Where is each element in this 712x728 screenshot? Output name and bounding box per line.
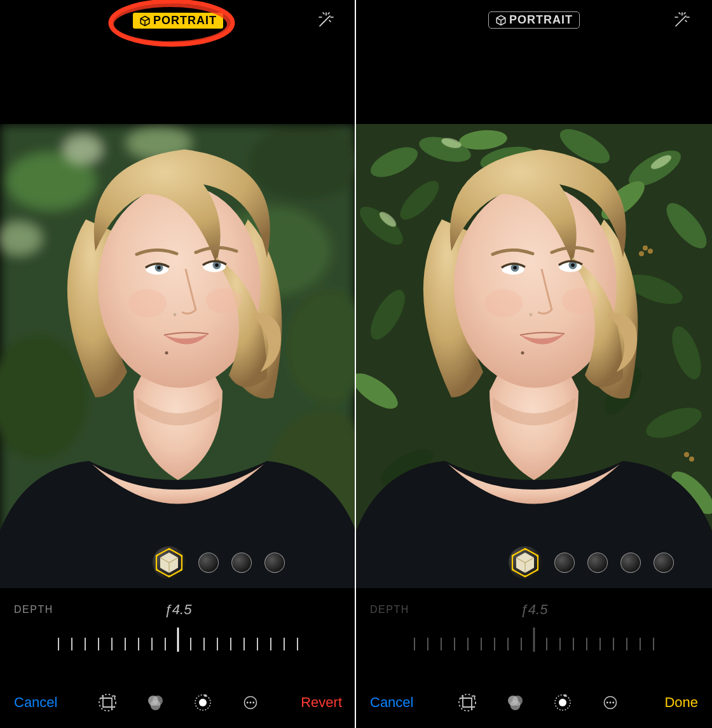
lighting-option-stage-mono[interactable] (654, 553, 674, 573)
portrait-label: PORTRAIT (509, 13, 573, 27)
svg-point-119 (524, 575, 526, 577)
svg-line-72 (679, 13, 680, 14)
crop-tool-button[interactable] (458, 693, 477, 712)
lighting-option-natural[interactable] (509, 546, 542, 579)
svg-point-31 (168, 549, 170, 551)
svg-point-147 (564, 694, 566, 697)
svg-point-32 (181, 555, 182, 557)
photo-content (356, 124, 712, 588)
photo-content (0, 124, 356, 588)
auto-enhance-button[interactable] (671, 10, 692, 31)
svg-point-118 (537, 569, 538, 571)
cube-icon (495, 15, 507, 26)
annotation-circle (102, 0, 242, 56)
svg-point-36 (156, 555, 158, 557)
svg-point-30 (165, 352, 168, 355)
bottom-toolbar: Cancel Done (356, 677, 712, 728)
svg-point-95 (648, 249, 653, 254)
svg-point-108 (513, 266, 517, 270)
depth-readout: DEPTH ƒ4.5 (0, 598, 356, 623)
portrait-mode-badge[interactable]: PORTRAIT (488, 11, 580, 29)
svg-point-94 (643, 245, 648, 251)
svg-point-64 (247, 702, 249, 704)
svg-point-115 (521, 352, 524, 355)
svg-point-113 (484, 289, 523, 317)
svg-line-73 (685, 20, 687, 22)
svg-point-117 (537, 555, 538, 557)
svg-point-150 (610, 702, 612, 704)
left-panel: PORTRAIT (0, 0, 356, 728)
adjust-tool-button[interactable] (553, 693, 572, 712)
crop-tool-button[interactable] (98, 693, 117, 712)
cancel-button[interactable]: Cancel (14, 694, 57, 711)
fstop-value: ƒ4.5 (165, 601, 192, 618)
svg-point-114 (562, 288, 598, 313)
svg-line-4 (328, 13, 329, 14)
svg-point-16 (64, 135, 102, 163)
svg-point-116 (524, 549, 526, 551)
cube-icon (509, 546, 542, 579)
svg-line-5 (323, 13, 324, 14)
svg-point-25 (215, 263, 219, 267)
auto-enhance-button[interactable] (315, 10, 336, 31)
svg-point-121 (512, 555, 514, 557)
top-bar: PORTRAIT (356, 0, 712, 124)
lighting-option-studio[interactable] (198, 553, 219, 573)
filters-tool-button[interactable] (146, 693, 165, 712)
svg-point-29 (206, 288, 242, 313)
svg-point-151 (613, 702, 615, 704)
depth-readout: DEPTH ƒ4.5 (356, 598, 712, 623)
svg-point-141 (459, 694, 476, 711)
lighting-option-natural[interactable] (153, 546, 186, 579)
svg-point-35 (156, 569, 158, 571)
svg-line-6 (329, 20, 331, 22)
lighting-effect-strip[interactable] (0, 544, 356, 582)
svg-point-112 (530, 313, 533, 317)
svg-point-28 (128, 289, 167, 317)
adjust-tool-button[interactable] (193, 693, 212, 712)
svg-point-34 (168, 575, 170, 577)
svg-point-22 (157, 266, 161, 270)
svg-point-66 (253, 702, 255, 704)
right-panel: PORTRAIT (356, 0, 712, 728)
lighting-option-contour[interactable] (231, 553, 252, 573)
revert-button[interactable]: Revert (301, 694, 342, 711)
lighting-option-studio[interactable] (554, 553, 575, 573)
fstop-value: ƒ4.5 (521, 601, 548, 618)
svg-point-120 (512, 569, 514, 571)
svg-point-59 (151, 700, 161, 710)
filters-tool-button[interactable] (505, 693, 524, 712)
svg-point-146 (559, 699, 566, 706)
done-button[interactable]: Done (664, 694, 698, 711)
svg-point-96 (639, 251, 644, 256)
lighting-option-contour[interactable] (587, 553, 608, 573)
depth-label: DEPTH (14, 604, 53, 615)
lighting-option-stage[interactable] (620, 553, 641, 573)
depth-label: DEPTH (370, 604, 409, 615)
svg-point-33 (181, 569, 182, 571)
svg-point-27 (174, 313, 177, 317)
svg-point-111 (571, 263, 575, 267)
cube-icon (153, 546, 186, 579)
more-tool-button[interactable] (241, 693, 260, 712)
svg-point-8 (112, 5, 229, 43)
svg-point-144 (510, 700, 521, 710)
depth-slider[interactable] (0, 626, 356, 655)
svg-point-56 (99, 694, 116, 711)
svg-point-62 (204, 694, 207, 697)
svg-point-61 (199, 699, 207, 706)
svg-point-65 (250, 702, 252, 704)
depth-slider[interactable] (356, 626, 712, 655)
svg-point-149 (606, 702, 608, 704)
bottom-toolbar: Cancel Revert (0, 677, 356, 728)
cancel-button[interactable]: Cancel (370, 694, 413, 711)
photo-preview[interactable] (0, 124, 356, 588)
svg-point-100 (684, 452, 689, 457)
lighting-effect-strip[interactable] (356, 544, 712, 582)
photo-preview[interactable] (356, 124, 712, 588)
svg-point-101 (689, 457, 694, 462)
svg-line-71 (684, 13, 685, 14)
lighting-option-stage[interactable] (264, 553, 285, 573)
more-tool-button[interactable] (601, 693, 620, 712)
